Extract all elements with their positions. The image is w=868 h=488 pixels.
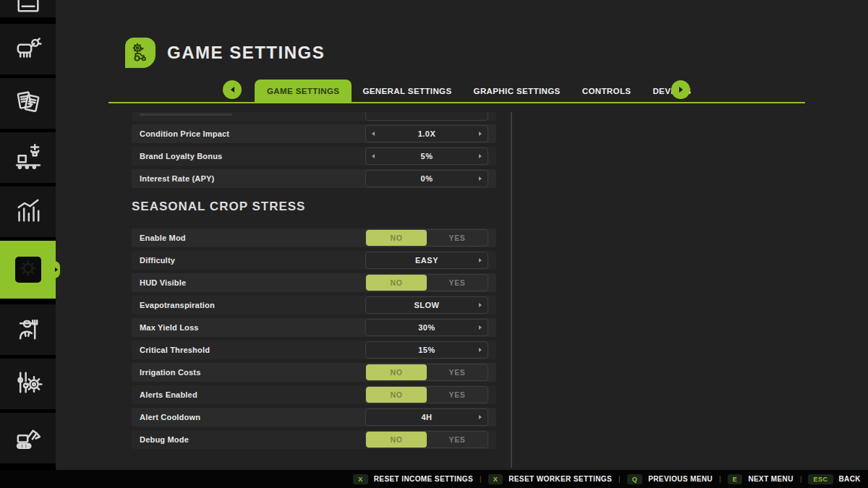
setting-row: Irrigation CostsNOYES <box>132 363 496 382</box>
setting-row: Interest Rate (APY)0% <box>132 169 496 188</box>
hotkey-hint-reset-worker-settings[interactable]: XRESET WORKER SETTINGS <box>488 474 612 484</box>
toggle-control: NOYES <box>365 229 488 247</box>
active-tile-frame <box>15 257 41 283</box>
increase-arrow-icon[interactable] <box>479 348 482 352</box>
setting-row: Alerts EnabledNOYES <box>132 385 496 404</box>
increase-arrow-icon[interactable] <box>479 325 482 330</box>
setting-row: Max Yield Loss30% <box>132 318 496 337</box>
game-settings-app-icon <box>125 38 156 68</box>
setting-label: Debug Mode <box>140 435 189 444</box>
toggle-option-no[interactable]: NO <box>366 230 427 246</box>
tab-game-settings[interactable]: GAME SETTINGS <box>255 80 352 102</box>
tab-controls[interactable]: CONTROLS <box>571 80 642 102</box>
value-selector[interactable]: 0% <box>365 170 488 187</box>
increase-arrow-icon[interactable] <box>479 303 482 307</box>
documents-icon <box>14 87 43 119</box>
value-selector[interactable]: 4H <box>365 408 488 426</box>
section-header: SEASONAL CROP STRESS <box>132 200 496 214</box>
setting-label: Max Yield Loss <box>140 323 199 332</box>
farmer-icon <box>14 314 43 346</box>
increase-arrow-icon[interactable] <box>479 154 482 158</box>
separator: | <box>480 475 482 483</box>
key-badge: E <box>728 474 743 484</box>
hint-label: BACK <box>839 475 861 483</box>
sidebar-item-mod-settings[interactable] <box>0 359 56 409</box>
value-selector[interactable]: 15% <box>365 341 488 359</box>
main-panel: GAME SETTINGS GAME SETTINGSGENERAL SETTI… <box>56 0 868 470</box>
tab-graphic-settings[interactable]: GRAPHIC SETTINGS <box>463 80 571 102</box>
hint-label: RESET WORKER SETTINGS <box>509 475 612 483</box>
selector-value: 5% <box>421 152 433 160</box>
hotkey-hint-next-menu[interactable]: ENEXT MENU <box>728 474 793 484</box>
setting-label: Interest Rate (APY) <box>140 174 214 183</box>
screen: GAME SETTINGS GAME SETTINGSGENERAL SETTI… <box>0 0 868 488</box>
toggle-control: NOYES <box>365 386 488 403</box>
selector-value: 0% <box>421 174 433 183</box>
hotkey-hint-reset-income-settings[interactable]: XRESET INCOME SETTINGS <box>353 474 473 484</box>
value-selector[interactable]: SLOW <box>365 296 488 314</box>
setting-row: Enable ModNOYES <box>132 228 496 247</box>
toggle-option-no[interactable]: NO <box>366 432 427 448</box>
left-arrow-icon <box>231 87 234 93</box>
setting-row: HUD VisibleNOYES <box>132 273 496 292</box>
sidebar-item-animals[interactable] <box>0 24 56 74</box>
toggle-option-no[interactable]: NO <box>366 387 427 403</box>
sidebar-item-contracts[interactable] <box>0 78 56 129</box>
setting-row: Brand Loyalty Bonus5% <box>132 147 496 166</box>
toggle-option-no[interactable]: NO <box>366 275 427 291</box>
sidebar-item-finances[interactable] <box>0 0 56 17</box>
selector-value: 4H <box>421 413 432 421</box>
setting-label: Difficulty <box>140 256 175 265</box>
excavator-icon <box>14 422 43 454</box>
toggle-option-yes[interactable]: YES <box>427 275 488 291</box>
sidebar-item-workers[interactable] <box>0 304 56 355</box>
decrease-arrow-icon[interactable] <box>372 154 375 158</box>
sidebar-item-statistics[interactable] <box>0 187 56 237</box>
value-selector[interactable] <box>365 112 488 121</box>
sidebar-item-game-settings[interactable] <box>0 241 56 299</box>
decrease-arrow-icon[interactable] <box>372 132 375 136</box>
page-title: GAME SETTINGS <box>167 43 325 63</box>
toggle-option-yes[interactable]: YES <box>427 230 488 246</box>
sidebar-item-construction[interactable] <box>0 413 56 463</box>
hotkey-hint-previous-menu[interactable]: QPREVIOUS MENU <box>627 474 713 484</box>
value-selector[interactable]: 30% <box>365 319 488 336</box>
setting-row: Condition Price Impact1.0X <box>132 124 496 143</box>
key-badge: ESC <box>808 474 833 484</box>
banknote-icon <box>14 0 43 17</box>
statistics-chart-icon <box>14 196 43 228</box>
toggle-option-yes[interactable]: YES <box>427 387 488 403</box>
setting-row: Debug ModeNOYES <box>132 430 496 449</box>
separator: | <box>719 475 721 483</box>
key-badge: X <box>353 474 368 484</box>
setting-row: Critical Threshold15% <box>132 341 496 359</box>
toggle-control: NOYES <box>365 431 488 448</box>
right-arrow-icon <box>679 87 683 93</box>
scrollbar[interactable] <box>511 112 512 468</box>
increase-arrow-icon[interactable] <box>479 415 482 419</box>
separator: | <box>618 475 621 483</box>
tabs-next-button[interactable] <box>671 80 690 99</box>
tab-bar: GAME SETTINGSGENERAL SETTINGSGRAPHIC SET… <box>255 80 702 102</box>
value-selector[interactable]: EASY <box>365 252 488 269</box>
tab-general-settings[interactable]: GENERAL SETTINGS <box>352 80 462 102</box>
increase-arrow-icon[interactable] <box>479 258 482 262</box>
value-selector[interactable]: 1.0X <box>365 125 488 142</box>
setting-row: DifficultyEASY <box>132 251 496 270</box>
bottom-bar: XRESET INCOME SETTINGS|XRESET WORKER SET… <box>0 470 868 488</box>
hint-label: NEXT MENU <box>748 475 793 483</box>
sliders-gear-icon <box>14 368 43 400</box>
tabs-prev-button[interactable] <box>223 80 242 99</box>
toggle-option-no[interactable]: NO <box>366 364 427 380</box>
hint-label: RESET INCOME SETTINGS <box>374 475 473 483</box>
toggle-option-yes[interactable]: YES <box>427 364 488 380</box>
value-selector[interactable]: 5% <box>365 147 488 165</box>
selector-value: EASY <box>415 256 438 265</box>
setting-label: Irrigation Costs <box>140 368 201 377</box>
hotkey-hint-back[interactable]: ESCBACK <box>808 474 861 484</box>
increase-arrow-icon[interactable] <box>479 132 482 136</box>
toggle-option-yes[interactable]: YES <box>427 432 488 448</box>
increase-arrow-icon[interactable] <box>479 176 482 181</box>
setting-row: Alert Cooldown4H <box>132 408 496 427</box>
sidebar-item-production[interactable] <box>0 132 56 183</box>
